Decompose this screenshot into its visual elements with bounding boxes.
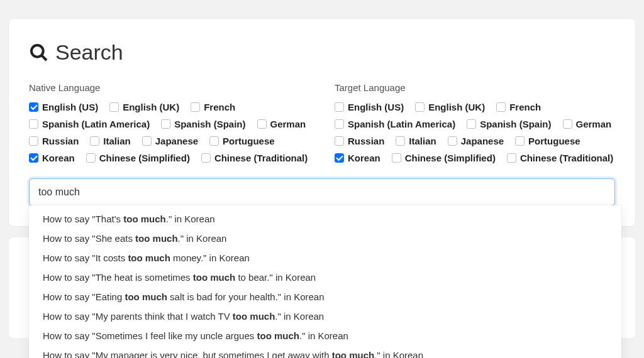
target-language-label: Target Language — [335, 82, 615, 93]
checkbox-icon — [507, 153, 516, 163]
checkbox-label: English (US) — [348, 102, 404, 112]
checkbox-label: French — [509, 102, 541, 112]
checkbox-icon — [142, 136, 152, 146]
native-checkbox-english-uk[interactable]: English (UK) — [109, 102, 179, 112]
search-suggestion-item[interactable]: How to say "It costs too much money." in… — [29, 248, 621, 268]
target-checkbox-german[interactable]: German — [563, 119, 612, 129]
target-checkbox-japanese[interactable]: Japanese — [448, 136, 504, 146]
search-suggestion-item[interactable]: How to say "Sometimes I feel like my unc… — [29, 326, 621, 345]
suggestion-text-pre: How to say "Eating — [43, 291, 125, 302]
suggestion-text-post: money." in Korean — [170, 252, 250, 263]
svg-line-1 — [42, 55, 47, 60]
checkbox-label: Portuguese — [223, 136, 275, 146]
checkbox-icon — [201, 153, 211, 163]
checkbox-icon — [392, 153, 401, 163]
native-checkbox-portuguese[interactable]: Portuguese — [209, 136, 275, 146]
suggestion-text-match: too much — [233, 311, 275, 322]
suggestion-text-pre: How to say "Sometimes I feel like my unc… — [43, 330, 257, 341]
page-title: Search — [55, 40, 123, 65]
suggestion-text-match: too much — [135, 233, 178, 244]
target-checkbox-spanish-latin-america[interactable]: Spanish (Latin America) — [335, 119, 455, 129]
checkbox-label: Italian — [409, 136, 436, 146]
native-checkbox-french[interactable]: French — [191, 102, 235, 112]
target-checkbox-french[interactable]: French — [496, 102, 541, 112]
native-checkbox-spanish-spain[interactable]: Spanish (Spain) — [161, 119, 245, 129]
native-checkbox-chinese-traditional[interactable]: Chinese (Traditional) — [201, 153, 308, 163]
checkbox-icon — [415, 102, 425, 112]
checkbox-icon — [29, 153, 38, 163]
checkbox-icon — [257, 119, 267, 129]
target-checkbox-spanish-spain[interactable]: Spanish (Spain) — [467, 119, 551, 129]
native-checkbox-german[interactable]: German — [257, 119, 306, 129]
search-input-wrap: How to say "That's too much." in KoreanH… — [29, 178, 615, 206]
suggestion-text-pre: How to say "My parents think that I watc… — [43, 311, 233, 322]
suggestion-text-post: ." in Korean — [275, 311, 324, 322]
checkbox-label: English (UK) — [123, 102, 179, 112]
checkbox-label: Korean — [42, 153, 75, 163]
checkbox-label: Japanese — [461, 136, 504, 146]
target-checkbox-english-us[interactable]: English (US) — [335, 102, 404, 112]
checkbox-label: Japanese — [155, 136, 198, 146]
search-suggestion-item[interactable]: How to say "She eats too much." in Korea… — [29, 229, 621, 248]
checkbox-icon — [209, 136, 219, 146]
native-checkbox-english-us[interactable]: English (US) — [29, 102, 98, 112]
native-checkbox-chinese-simplified[interactable]: Chinese (Simplified) — [86, 153, 190, 163]
suggestion-text-pre: How to say "The heat is sometimes — [43, 272, 193, 283]
suggestion-text-post: ." in Korean — [374, 350, 423, 358]
native-language-checkboxes: English (US)English (UK)FrenchSpanish (L… — [29, 102, 309, 163]
native-checkbox-spanish-latin-america[interactable]: Spanish (Latin America) — [29, 119, 150, 129]
search-suggestion-item[interactable]: How to say "Eating too much salt is bad … — [29, 287, 621, 306]
target-language-column: Target Language English (US)English (UK)… — [335, 82, 615, 163]
checkbox-label: Chinese (Traditional) — [520, 153, 613, 163]
target-language-checkboxes: English (US)English (UK)FrenchSpanish (L… — [335, 102, 615, 163]
search-icon — [29, 43, 49, 63]
checkbox-icon — [90, 136, 99, 146]
suggestion-text-pre: How to say "My manager is very nice, but… — [43, 350, 332, 358]
suggestion-text-match: too much — [257, 330, 299, 341]
target-checkbox-russian[interactable]: Russian — [335, 136, 384, 146]
search-card: Search Native Language English (US)Engli… — [9, 19, 635, 226]
checkbox-label: Chinese (Simplified) — [405, 153, 496, 163]
search-suggestion-item[interactable]: How to say "The heat is sometimes too mu… — [29, 268, 621, 287]
svg-point-0 — [31, 45, 43, 57]
native-checkbox-russian[interactable]: Russian — [29, 136, 79, 146]
checkbox-icon — [448, 136, 457, 146]
target-checkbox-korean[interactable]: Korean — [335, 153, 380, 163]
native-language-label: Native Language — [29, 82, 309, 93]
checkbox-icon — [563, 119, 572, 129]
search-suggestion-item[interactable]: How to say "That's too much." in Korean — [29, 209, 621, 229]
checkbox-label: English (US) — [42, 102, 98, 112]
checkbox-label: Spanish (Spain) — [174, 119, 245, 129]
checkbox-icon — [161, 119, 170, 129]
checkbox-label: Korean — [348, 153, 380, 163]
native-checkbox-korean[interactable]: Korean — [29, 153, 75, 163]
suggestion-text-post: ." in Korean — [299, 330, 348, 341]
checkbox-label: German — [270, 119, 306, 129]
target-checkbox-english-uk[interactable]: English (UK) — [415, 102, 485, 112]
search-suggestion-item[interactable]: How to say "My manager is very nice, but… — [29, 345, 621, 358]
checkbox-icon — [29, 136, 38, 146]
search-input[interactable] — [29, 178, 615, 206]
checkbox-label: Russian — [42, 136, 79, 146]
language-columns: Native Language English (US)English (UK)… — [29, 82, 615, 163]
checkbox-icon — [335, 136, 344, 146]
suggestion-text-post: ." in Korean — [166, 214, 215, 224]
checkbox-label: Chinese (Simplified) — [99, 153, 190, 163]
checkbox-icon — [396, 136, 405, 146]
target-checkbox-italian[interactable]: Italian — [396, 136, 436, 146]
checkbox-label: Chinese (Traditional) — [214, 153, 308, 163]
target-checkbox-chinese-simplified[interactable]: Chinese (Simplified) — [392, 153, 496, 163]
target-checkbox-portuguese[interactable]: Portuguese — [515, 136, 580, 146]
checkbox-label: Spanish (Spain) — [480, 119, 551, 129]
checkbox-icon — [109, 102, 119, 112]
checkbox-icon — [496, 102, 506, 112]
target-checkbox-chinese-traditional[interactable]: Chinese (Traditional) — [507, 153, 613, 163]
native-checkbox-japanese[interactable]: Japanese — [142, 136, 198, 146]
suggestion-text-pre: How to say "She eats — [43, 233, 135, 244]
native-language-column: Native Language English (US)English (UK)… — [29, 82, 309, 163]
suggestion-text-match: too much — [123, 214, 166, 224]
checkbox-icon — [335, 119, 344, 129]
native-checkbox-italian[interactable]: Italian — [90, 136, 130, 146]
search-suggestion-item[interactable]: How to say "My parents think that I watc… — [29, 306, 621, 326]
suggestion-text-match: too much — [193, 272, 236, 283]
